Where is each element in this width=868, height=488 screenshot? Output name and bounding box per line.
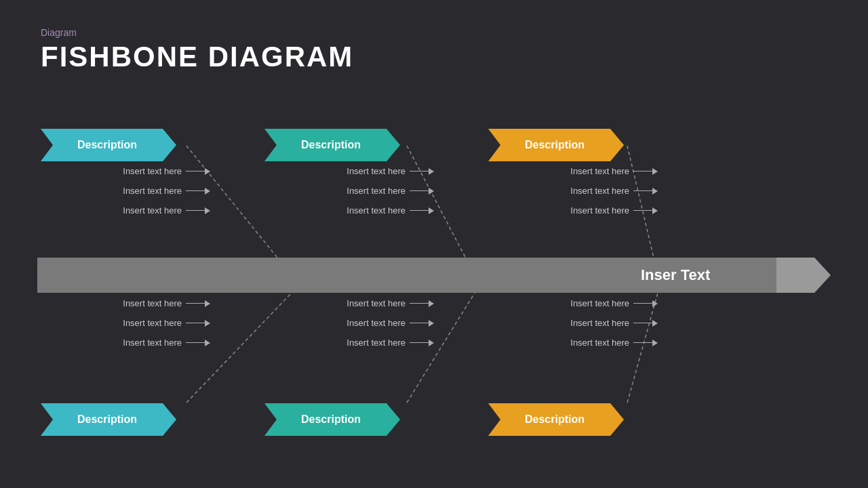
list-item: Insert text here [347,205,434,216]
arrow-right-icon [633,188,658,195]
top-col2-texts: Insert text here Insert text here Insert… [264,166,434,216]
desc-top-col3: Description [488,129,624,161]
bot-col3-texts: Insert text here Insert text here Insert… [488,298,658,348]
arrow-right-icon [410,340,434,346]
list-item: Insert text here [570,205,658,216]
arrow-right-icon [410,188,434,195]
arrow-right-icon [186,188,210,195]
desc-arrow-top-2: Description [264,129,400,161]
list-item: Insert text here [123,205,210,216]
list-item: Insert text here [570,318,658,328]
list-item: Insert text here [347,298,434,308]
arrow-right-icon [186,207,210,214]
arrow-right-icon [633,300,658,307]
arrow-right-icon [186,168,210,175]
list-item: Insert text here [570,166,658,176]
list-item: Insert text here [570,298,658,308]
arrow-right-icon [633,168,658,175]
arrow-right-icon [633,340,658,346]
list-item: Insert text here [123,186,210,196]
desc-bot-col1: Description [41,403,176,436]
list-item: Insert text here [123,338,210,348]
list-item: Insert text here [123,318,210,328]
list-item: Insert text here [570,338,658,348]
desc-arrow-bot-2: Description [264,403,400,436]
bot-col1-texts: Insert text here Insert text here Insert… [41,298,210,348]
arrow-right-icon [186,300,210,307]
arrow-right-icon [410,207,434,214]
list-item: Insert text here [347,186,434,196]
arrow-right-icon [186,320,210,327]
list-item: Insert text here [570,186,658,196]
spine: Inser Text [37,258,831,293]
spine-text: Inser Text [641,266,710,284]
list-item: Insert text here [347,318,434,328]
list-item: Insert text here [347,166,434,176]
header: Diagram FISHBONE DIAGRAM [41,27,353,73]
top-col3-texts: Insert text here Insert text here Insert… [488,166,658,216]
desc-top-col2: Description [264,129,400,161]
desc-top-col1: Description [41,129,176,161]
arrow-right-icon [633,320,658,327]
arrow-right-icon [633,207,658,214]
arrow-right-icon [410,320,434,327]
desc-arrow-bot-1: Description [41,403,176,436]
desc-bot-col2: Description [264,403,400,436]
list-item: Insert text here [123,166,210,176]
list-item: Insert text here [347,338,434,348]
desc-arrow-bot-3: Description [488,403,624,436]
bot-col2-texts: Insert text here Insert text here Insert… [264,298,434,348]
desc-arrow-top-3: Description [488,129,624,161]
arrow-right-icon [186,340,210,346]
desc-arrow-top-1: Description [41,129,176,161]
header-label: Diagram [41,27,353,38]
top-col1-texts: Insert text here Insert text here Insert… [41,166,210,216]
arrow-right-icon [410,168,434,175]
desc-bot-col3: Description [488,403,624,436]
header-title: FISHBONE DIAGRAM [41,41,353,73]
arrow-right-icon [410,300,434,307]
list-item: Insert text here [123,298,210,308]
spine-arrow [776,258,831,293]
